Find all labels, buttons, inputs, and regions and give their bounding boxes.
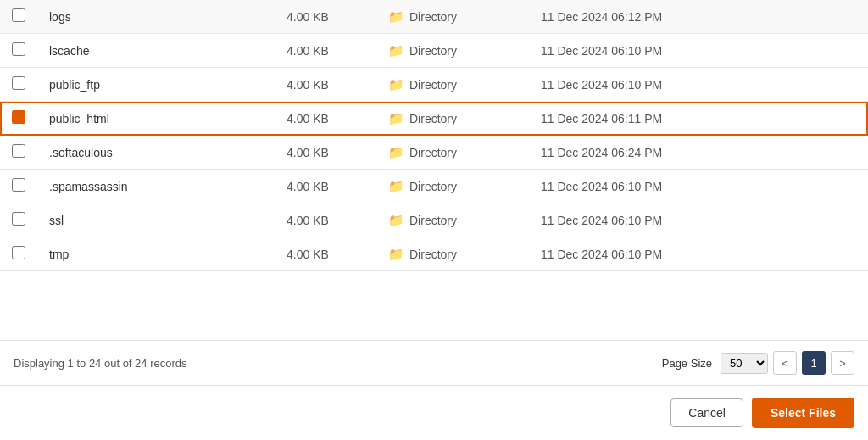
row-checkbox-cell (0, 102, 37, 136)
file-size-cell: 4.00 KB (275, 0, 376, 34)
selected-checkbox[interactable] (12, 110, 25, 124)
next-page-button[interactable]: > (831, 351, 854, 375)
folder-icon: 📁 (388, 179, 404, 193)
folder-icon: 📁 (388, 77, 404, 92)
file-date-cell: 11 Dec 2024 06:10 PM (529, 203, 868, 237)
row-checkbox[interactable] (12, 212, 25, 226)
select-files-button[interactable]: Select Files (752, 398, 854, 428)
file-type-text: Directory (409, 214, 457, 227)
records-info: Displaying 1 to 24 out of 24 records (14, 357, 187, 370)
file-table: logs4.00 KB📁Directory11 Dec 2024 06:12 P… (0, 0, 868, 271)
file-date-cell: 11 Dec 2024 06:10 PM (529, 34, 868, 68)
folder-icon: 📁 (388, 111, 404, 125)
file-type-text: Directory (409, 146, 457, 159)
page-size-label: Page Size (662, 357, 712, 370)
file-size-cell: 4.00 KB (275, 68, 376, 102)
file-type-text: Directory (409, 10, 457, 24)
file-date-cell: 11 Dec 2024 06:10 PM (529, 170, 868, 203)
file-type-cell: 📁Directory (376, 237, 529, 271)
file-type-cell: 📁Directory (376, 102, 529, 136)
file-name-cell: .spamassassin (37, 170, 275, 203)
folder-icon: 📁 (388, 213, 404, 227)
action-bar: Cancel Select Files (0, 386, 868, 440)
row-checkbox-cell (0, 68, 37, 102)
file-type-cell: 📁Directory (376, 170, 529, 203)
file-type-cell: 📁Directory (376, 0, 529, 34)
folder-icon: 📁 (388, 43, 404, 58)
table-row[interactable]: .spamassassin4.00 KB📁Directory11 Dec 202… (0, 170, 868, 203)
file-type-cell: 📁Directory (376, 203, 529, 237)
row-checkbox[interactable] (12, 144, 25, 158)
row-checkbox[interactable] (12, 178, 25, 192)
file-manager-dialog: logs4.00 KB📁Directory11 Dec 2024 06:12 P… (0, 0, 868, 440)
row-checkbox[interactable] (12, 76, 25, 90)
file-date-cell: 11 Dec 2024 06:24 PM (529, 136, 868, 170)
file-name-cell: tmp (37, 237, 275, 271)
file-name-cell: .softaculous (37, 136, 275, 170)
file-type-text: Directory (409, 44, 457, 58)
table-row[interactable]: lscache4.00 KB📁Directory11 Dec 2024 06:1… (0, 34, 868, 68)
file-type-text: Directory (409, 248, 457, 261)
row-checkbox[interactable] (12, 8, 25, 22)
table-row[interactable]: .softaculous4.00 KB📁Directory11 Dec 2024… (0, 136, 868, 170)
file-name-cell: logs (37, 0, 275, 34)
folder-icon: 📁 (388, 247, 404, 261)
folder-icon: 📁 (388, 145, 404, 159)
prev-page-button[interactable]: < (773, 351, 797, 375)
file-size-cell: 4.00 KB (275, 237, 376, 271)
row-checkbox[interactable] (12, 246, 25, 259)
row-checkbox-cell (0, 0, 37, 34)
file-type-text: Directory (409, 78, 457, 92)
cancel-button[interactable]: Cancel (670, 398, 743, 427)
table-row[interactable]: tmp4.00 KB📁Directory11 Dec 2024 06:10 PM (0, 237, 868, 271)
file-size-cell: 4.00 KB (275, 102, 376, 136)
file-type-cell: 📁Directory (376, 34, 529, 68)
file-date-cell: 11 Dec 2024 06:12 PM (529, 0, 868, 34)
file-type-text: Directory (409, 180, 457, 193)
file-type-cell: 📁Directory (376, 68, 529, 102)
row-checkbox-cell (0, 203, 37, 237)
pagination-controls: Page Size 50 10 25 100 < 1 > (662, 351, 854, 375)
file-size-cell: 4.00 KB (275, 203, 376, 237)
folder-icon: 📁 (388, 9, 404, 24)
page-size-select[interactable]: 50 10 25 100 (721, 353, 768, 374)
row-checkbox-cell (0, 136, 37, 170)
row-checkbox[interactable] (12, 42, 25, 56)
file-size-cell: 4.00 KB (275, 136, 376, 170)
file-name-cell: lscache (37, 34, 275, 68)
file-table-area: logs4.00 KB📁Directory11 Dec 2024 06:12 P… (0, 0, 868, 341)
file-name-cell: public_html (37, 102, 275, 136)
file-date-cell: 11 Dec 2024 06:10 PM (529, 237, 868, 271)
file-size-cell: 4.00 KB (275, 34, 376, 68)
file-date-cell: 11 Dec 2024 06:10 PM (529, 68, 868, 102)
table-row[interactable]: public_html4.00 KB📁Directory11 Dec 2024 … (0, 102, 868, 136)
row-checkbox-cell (0, 34, 37, 68)
file-date-cell: 11 Dec 2024 06:11 PM (529, 102, 868, 136)
file-type-cell: 📁Directory (376, 136, 529, 170)
file-type-text: Directory (409, 112, 457, 125)
file-name-cell: ssl (37, 203, 275, 237)
table-row[interactable]: public_ftp4.00 KB📁Directory11 Dec 2024 0… (0, 68, 868, 102)
table-row[interactable]: logs4.00 KB📁Directory11 Dec 2024 06:12 P… (0, 0, 868, 34)
current-page-indicator: 1 (802, 351, 826, 375)
row-checkbox-cell (0, 170, 37, 203)
row-checkbox-cell (0, 237, 37, 271)
file-size-cell: 4.00 KB (275, 170, 376, 203)
table-row[interactable]: ssl4.00 KB📁Directory11 Dec 2024 06:10 PM (0, 203, 868, 237)
file-name-cell: public_ftp (37, 68, 275, 102)
table-footer: Displaying 1 to 24 out of 24 records Pag… (0, 341, 868, 386)
